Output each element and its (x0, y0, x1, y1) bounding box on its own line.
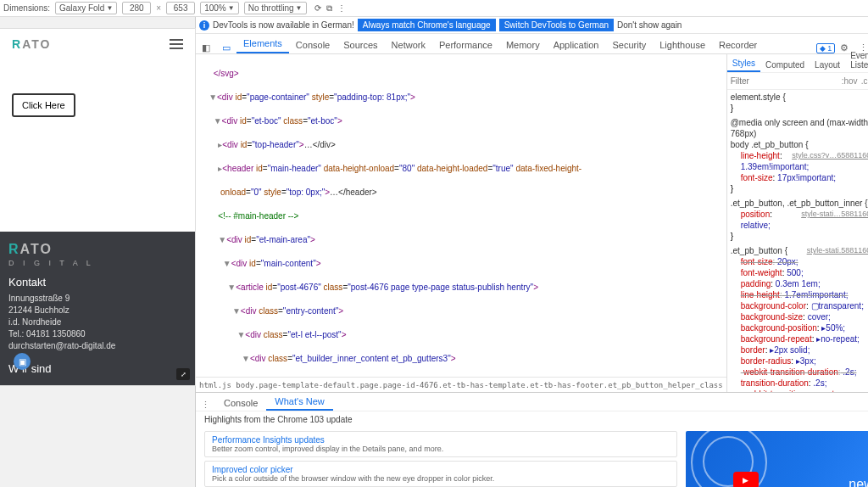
match-lang-button[interactable]: Always match Chrome's language (358, 19, 496, 31)
tab-elements[interactable]: Elements (236, 35, 289, 53)
cls-toggle[interactable]: .cls (861, 76, 868, 86)
computed-tab[interactable]: Computed (760, 58, 810, 72)
issues-badge[interactable]: ◆ 1 (816, 43, 836, 53)
zoom-select[interactable]: 100%▼ (200, 2, 239, 14)
devtools: i DevTools is now available in German! A… (195, 17, 868, 487)
height-input[interactable]: 653 (166, 2, 195, 14)
dim-x: × (156, 3, 161, 13)
dont-show-link[interactable]: Don't show again (617, 20, 682, 30)
drawer-menu-icon[interactable]: ⋮ (196, 400, 215, 411)
footer-line: Tel.: 04181 1350860 (8, 329, 186, 339)
infobar: i DevTools is now available in German! A… (196, 17, 868, 34)
hov-toggle[interactable]: :hov (842, 76, 858, 86)
footer-logo: RATO (8, 242, 186, 257)
throttle-select[interactable]: No throttling▼ (244, 2, 307, 14)
rotate-icon[interactable]: ⟳ (314, 3, 321, 13)
video-label: new (849, 477, 868, 487)
switch-lang-button[interactable]: Switch DevTools to German (499, 19, 614, 31)
chat-icon[interactable]: ▣ (14, 353, 31, 370)
footer-wir: W ir sind (8, 362, 186, 375)
tab-lighthouse[interactable]: Lighthouse (653, 36, 712, 53)
tab-network[interactable]: Network (385, 36, 432, 53)
click-here-button[interactable]: Click Here (12, 93, 75, 117)
dim-label: Dimensions: (3, 3, 50, 13)
styles-panel: Styles Computed Layout Event Listeners »… (726, 54, 868, 392)
tab-console[interactable]: Console (289, 36, 337, 53)
info-icon: i (199, 20, 209, 31)
tab-security[interactable]: Security (605, 36, 653, 53)
styles-filter-input[interactable] (731, 76, 838, 86)
tab-memory[interactable]: Memory (499, 36, 547, 53)
device-mode-icon[interactable]: ▭ (216, 42, 236, 53)
device-select[interactable]: Galaxy Fold▼ (55, 2, 117, 14)
tab-sources[interactable]: Sources (337, 36, 384, 53)
footer-line: durchstarten@rato-digital.de (8, 341, 186, 350)
more-icon[interactable]: ⋮ (337, 3, 346, 13)
inspect-icon[interactable]: ◧ (196, 42, 216, 53)
footer-digital: D I G I T A L (8, 259, 186, 267)
device-toolbar: Dimensions: Galaxy Fold▼ 280 × 653 100%▼… (0, 0, 868, 17)
tab-recorder[interactable]: Recorder (712, 36, 764, 53)
drawer-tab-whatsnew[interactable]: What's New (266, 394, 332, 411)
whatsnew-card[interactable]: Performance Insights updates Better zoom… (204, 431, 677, 457)
styles-rules[interactable]: element.style {} @media only screen and … (727, 90, 868, 392)
breadcrumb[interactable]: html.js body.page-template-default.page.… (196, 377, 726, 392)
drawer-heading: Highlights from the Chrome 103 update (196, 411, 868, 428)
footer-heading: Kontakt (8, 276, 186, 288)
play-icon[interactable]: ▶ (733, 472, 759, 487)
tab-performance[interactable]: Performance (432, 36, 499, 53)
tab-application[interactable]: Application (547, 36, 606, 53)
infobar-msg: DevTools is now available in German! (213, 20, 354, 30)
site-footer: RATO D I G I T A L Kontakt Innungsstraße… (0, 232, 195, 385)
drawer-tab-console[interactable]: Console (215, 395, 266, 411)
dom-tree[interactable]: </svg> ▼<div id="page-container" style="… (196, 54, 726, 377)
viewport-backdrop: RATO Click Here RATO D I G I T A L Konta… (0, 17, 195, 487)
device-frame: RATO Click Here RATO D I G I T A L Konta… (0, 29, 195, 385)
share-icon[interactable]: ⤢ (176, 368, 190, 380)
console-drawer: ⋮ Console What's New × Highlights from t… (196, 392, 868, 487)
width-input[interactable]: 280 (122, 2, 151, 14)
footer-line: i.d. Nordheide (8, 317, 186, 327)
devtools-tabs: ◧ ▭ Elements Console Sources Network Per… (196, 34, 868, 54)
eventlisteners-tab[interactable]: Event Listeners (845, 48, 868, 72)
layout-tab[interactable]: Layout (810, 58, 845, 72)
whatsnew-card[interactable]: Improved color picker Pick a color outsi… (204, 461, 677, 487)
whatsnew-video[interactable]: ▶ new (686, 431, 868, 487)
hamburger-icon[interactable] (170, 39, 183, 49)
site-logo[interactable]: RATO (12, 37, 51, 51)
screenshot-icon[interactable]: ⧉ (326, 3, 332, 14)
styles-tab[interactable]: Styles (727, 56, 760, 72)
footer-line: 21244 Buchholz (8, 305, 186, 315)
footer-line: Innungsstraße 9 (8, 294, 186, 303)
